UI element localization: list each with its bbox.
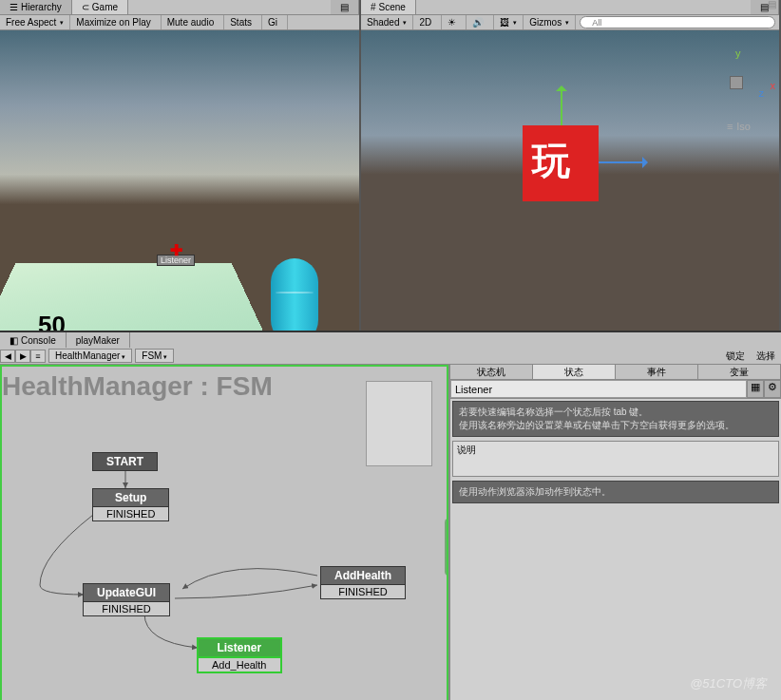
axis-y: y [735, 47, 741, 59]
canvas-scroll[interactable] [445, 519, 448, 576]
tab-hierarchy-label: Hierarchy [21, 2, 62, 12]
iso-label[interactable]: Iso [727, 121, 751, 132]
tab-playmaker-label: playMaker [76, 335, 120, 346]
axis-z: z [759, 87, 765, 99]
node-listener[interactable]: Listener Add_Health [197, 637, 282, 673]
z-handle[interactable] [599, 161, 646, 163]
nav-back[interactable]: ◀ [0, 350, 15, 363]
nav-recent[interactable]: ≡ [30, 350, 46, 363]
node-addhealth[interactable]: AddHealth FINISHED [320, 566, 406, 599]
btn-lock[interactable]: 锁定 [720, 349, 751, 364]
search-input[interactable] [580, 16, 775, 28]
score-text: 50 [38, 311, 66, 331]
dd-aspect[interactable]: Free Aspect [0, 15, 70, 29]
listener-object: ✚ Listener [157, 247, 195, 266]
node-setup-event[interactable]: FINISHED [92, 507, 169, 521]
inspector-panel: 状态机 状态 事件 变量 ▦ ⚙ 若要快速编辑名称选择一个状态后按 tab 键。… [448, 365, 781, 700]
selected-object[interactable]: 玩 [523, 125, 599, 201]
tab-vars[interactable]: 变量 [698, 365, 781, 379]
node-listener-label: Listener [197, 637, 282, 658]
dd-fsm[interactable]: FSM [135, 349, 174, 363]
dd-gizmos[interactable]: Gizmos [524, 15, 576, 29]
audio-icon[interactable]: 🔊 [467, 15, 494, 29]
node-updategui-event[interactable]: FINISHED [83, 602, 170, 616]
tab-console-label: Console [21, 335, 56, 346]
player-capsule [271, 258, 318, 331]
tab-scene[interactable]: # Scene [361, 0, 416, 14]
action-hint: 使用动作浏览器添加动作到状态中。 [452, 481, 779, 503]
node-setup-label: Setup [92, 488, 169, 507]
tab-hierarchy[interactable]: ☰ Hierarchy [0, 0, 72, 14]
scene-view[interactable]: y x z Iso 玩 [361, 30, 779, 331]
canvas-title: HealthManager : FSM [2, 371, 273, 402]
tab-game[interactable]: ⊂ Game [72, 0, 128, 14]
btn-stats[interactable]: Stats [224, 15, 262, 29]
node-start[interactable]: START [92, 452, 158, 471]
nav-fwd[interactable]: ▶ [15, 350, 30, 363]
mini-map[interactable] [366, 381, 432, 466]
light-icon[interactable]: ☀ [442, 15, 467, 29]
btn-mute[interactable]: Mute audio [162, 15, 224, 29]
state-color-btn[interactable]: ▦ [747, 380, 764, 398]
tab-console[interactable]: ◧ Console [0, 332, 67, 348]
node-updategui-label: UpdateGUI [83, 583, 170, 602]
node-listener-event[interactable]: Add_Health [197, 658, 282, 673]
panel-menu-left[interactable]: ▤ [331, 0, 359, 14]
node-addhealth-event[interactable]: FINISHED [320, 585, 406, 599]
dd-shaded[interactable]: Shaded [361, 15, 413, 29]
node-updategui[interactable]: UpdateGUI FINISHED [83, 583, 170, 616]
hint-box: 若要快速编辑名称选择一个状态后按 tab 键。 使用该名称旁边的设置菜单或右键单… [452, 401, 779, 437]
btn-gizmos-game[interactable]: Gi [262, 15, 288, 29]
tab-state[interactable]: 状态 [533, 365, 616, 379]
dd-manager[interactable]: HealthManager [48, 349, 132, 363]
fsm-canvas[interactable]: HealthManager : FSM START Setup FINISHED… [0, 365, 448, 700]
state-settings-btn[interactable]: ⚙ [764, 380, 781, 398]
tab-fsm[interactable]: 状态机 [450, 365, 533, 379]
tab-scene-label: Scene [379, 2, 406, 12]
desc-field[interactable]: 说明 [452, 441, 779, 477]
tab-events[interactable]: 事件 [616, 365, 698, 379]
game-view[interactable]: ✚ Listener 50 [0, 30, 359, 331]
watermark: @51CTO博客 [690, 675, 767, 692]
axis-x: x [771, 80, 776, 91]
orientation-gizmo[interactable]: y x z [713, 59, 760, 106]
tab-playmaker[interactable]: playMaker [67, 332, 130, 348]
btn-2d[interactable]: 2D [413, 15, 442, 29]
fx-icon[interactable]: 🖼 [494, 15, 524, 29]
listener-label: Listener [157, 255, 195, 266]
y-handle[interactable] [561, 87, 562, 125]
tab-game-label: Game [92, 2, 118, 12]
node-start-label: START [92, 452, 158, 471]
btn-select[interactable]: 选择 [751, 349, 781, 364]
node-addhealth-label: AddHealth [320, 566, 406, 585]
btn-maximize[interactable]: Maximize on Play [70, 15, 161, 29]
state-name-input[interactable] [450, 380, 747, 398]
node-setup[interactable]: Setup FINISHED [92, 488, 169, 521]
